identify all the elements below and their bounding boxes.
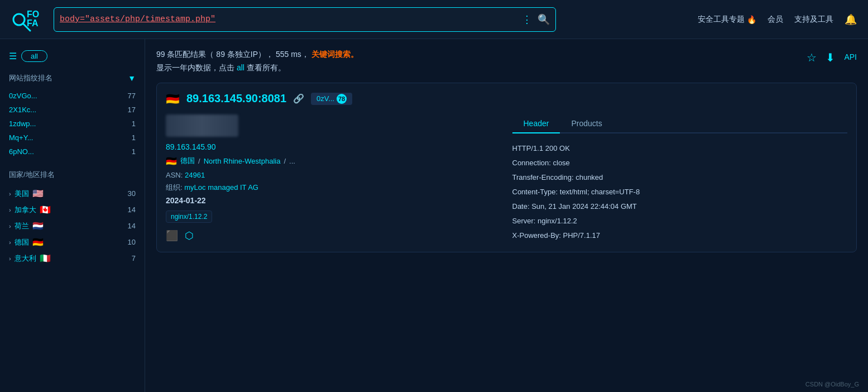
country-link[interactable]: 德国: [180, 156, 195, 166]
country-item[interactable]: ›荷兰🇳🇱14: [9, 218, 136, 234]
asn-link[interactable]: 24961: [185, 171, 205, 179]
unique-ip-count: 89: [216, 50, 225, 59]
region-link[interactable]: North Rhine-Westphalia: [204, 157, 281, 165]
header-x-powered-by: X-Powered-By: PHP/7.1.17: [512, 228, 848, 243]
fingerprint-item[interactable]: 1zdwp...1: [9, 117, 136, 131]
country-item[interactable]: ›意大利🇮🇹7: [9, 250, 136, 266]
lock-icon: 🔗: [293, 93, 304, 104]
header-date: Date: Sun, 21 Jan 2024 22:44:04 GMT: [512, 199, 848, 214]
fingerprint-item[interactable]: 0zVGo...77: [9, 89, 136, 103]
country-section-title: 国家/地区排名: [9, 170, 136, 180]
chevron-icon: ›: [9, 255, 11, 262]
nav-links: 安全工具专题 🔥 会员 支持及工具 🔔: [698, 13, 857, 26]
support-tools-link[interactable]: 支持及工具: [794, 15, 833, 25]
api-label[interactable]: API: [844, 51, 857, 64]
tab-header[interactable]: Header: [512, 114, 560, 133]
svg-text:FO: FO: [27, 9, 39, 19]
code-icon[interactable]: ⬛: [166, 230, 178, 242]
search-icon[interactable]: 🔍: [538, 13, 550, 26]
header-content-type: Content-Type: text/html; charset=UTF-8: [512, 185, 848, 199]
tag-label: 0zV...: [316, 94, 334, 103]
location-more[interactable]: ...: [289, 157, 295, 165]
sidebar-top: ☰ all: [9, 50, 136, 62]
fingerprint-item[interactable]: Mq+Y...1: [9, 131, 136, 145]
membership-link[interactable]: 会员: [768, 15, 783, 25]
tech-tag-nginx[interactable]: nginx/1.12.2: [166, 211, 212, 223]
header-content: HTTP/1.1 200 OK Connection: close Transf…: [512, 141, 848, 243]
country-item[interactable]: ›加拿大🇨🇦14: [9, 202, 136, 218]
fingerprint-item[interactable]: 2X1Kc...17: [9, 103, 136, 117]
bell-icon[interactable]: 🔔: [845, 13, 857, 26]
result-info: 89.163.145.90 🇩🇪 德国 / North Rhine-Westph…: [166, 114, 501, 243]
sidebar: ☰ all 网站指纹排名 ▼ 0zVGo...772X1Kc...171zdwp…: [0, 39, 145, 392]
svg-text:FA: FA: [27, 18, 39, 28]
result-date: 2024-01-22: [166, 196, 501, 205]
chevron-icon: ›: [9, 190, 11, 197]
result-tags: nginx/1.12.2: [166, 211, 501, 223]
filter-icon[interactable]: ☰: [9, 51, 17, 61]
fingerprint-item[interactable]: 6pNO...1: [9, 145, 136, 159]
result-count: 99: [156, 50, 165, 59]
header-connection: Connection: close: [512, 156, 848, 170]
logo: FO FA: [11, 7, 45, 32]
more-options-icon[interactable]: ⋮: [522, 13, 532, 26]
header-server: Server: nginx/1.12.2: [512, 214, 848, 228]
response-time: 555: [276, 50, 289, 59]
fingerprint-list: 0zVGo...772X1Kc...171zdwp...1Mq+Y...16pN…: [9, 89, 136, 159]
result-card-header: 🇩🇪 89.163.145.90:8081 🔗 0zV... 78: [166, 92, 847, 106]
header: FO FA ⋮ 🔍 安全工具专题 🔥 会员 支持及工具 🔔: [0, 0, 868, 39]
fingerprint-section-title: 网站指纹排名 ▼: [9, 73, 136, 83]
result-detail: Header Products HTTP/1.1 200 OK Connecti…: [512, 114, 848, 243]
all-tag[interactable]: all: [21, 50, 47, 62]
all-link[interactable]: all: [237, 63, 244, 72]
result-body: 89.163.145.90 🇩🇪 德国 / North Rhine-Westph…: [166, 114, 847, 243]
country-item[interactable]: ›德国🇩🇪10: [9, 234, 136, 250]
header-status: HTTP/1.1 200 OK: [512, 141, 848, 156]
search-input[interactable]: [60, 15, 522, 24]
result-ip[interactable]: 89.163.145.90:8081: [186, 92, 286, 105]
security-tools-link[interactable]: 安全工具专题 🔥: [698, 15, 756, 25]
result-card: 🇩🇪 89.163.145.90:8081 🔗 0zV... 78 89.163…: [156, 83, 857, 252]
result-ip-small[interactable]: 89.163.145.90: [166, 142, 501, 151]
search-bar: ⋮ 🔍: [54, 7, 556, 32]
tag-count: 78: [337, 94, 347, 104]
result-action-icons: ⬛ ⬡: [166, 230, 501, 242]
country-list: ›美国🇺🇸30›加拿大🇨🇦14›荷兰🇳🇱14›德国🇩🇪10›意大利🇮🇹7: [9, 185, 136, 266]
org-link[interactable]: myLoc managed IT AG: [184, 183, 258, 192]
keyword-search-link[interactable]: 关键词搜索。: [311, 50, 358, 59]
result-summary: 99 条匹配结果（ 89 条独立IP）， 555 ms， 关键词搜索。 显示一年…: [156, 48, 857, 75]
result-flag: 🇩🇪: [166, 92, 180, 106]
search-icons: ⋮ 🔍: [522, 13, 550, 26]
star-icon[interactable]: ☆: [807, 48, 817, 67]
shield-icon[interactable]: ⬡: [185, 230, 194, 242]
content-area: 99 条匹配结果（ 89 条独立IP）， 555 ms， 关键词搜索。 显示一年…: [145, 39, 868, 392]
tab-products[interactable]: Products: [560, 114, 613, 133]
screenshot-thumbnail: [166, 114, 238, 137]
footer-attribution: CSDN @OidBoy_G: [805, 381, 859, 388]
header-transfer-encoding: Transfer-Encoding: chunked: [512, 170, 848, 185]
fire-icon: 🔥: [747, 15, 756, 24]
result-asn: ASN: 24961: [166, 171, 501, 179]
tab-bar: Header Products: [512, 114, 848, 133]
result-location: 🇩🇪 德国 / North Rhine-Westphalia / ...: [166, 156, 501, 166]
chevron-icon: ›: [9, 239, 11, 246]
chevron-icon: ›: [9, 223, 11, 230]
result-org: 组织: myLoc managed IT AG: [166, 183, 501, 193]
tag-badge[interactable]: 0zV... 78: [311, 93, 352, 105]
country-item[interactable]: ›美国🇺🇸30: [9, 185, 136, 202]
funnel-icon[interactable]: ▼: [128, 74, 136, 83]
chevron-icon: ›: [9, 207, 11, 213]
download-icon[interactable]: ⬇: [826, 48, 835, 67]
main-layout: ☰ all 网站指纹排名 ▼ 0zVGo...772X1Kc...171zdwp…: [0, 39, 868, 392]
country-flag: 🇩🇪: [166, 156, 177, 166]
